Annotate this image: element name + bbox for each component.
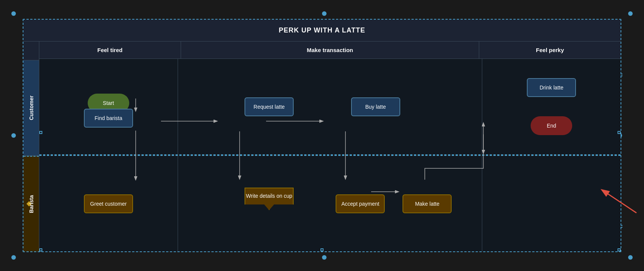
node-request-latte[interactable]: Request latte	[245, 97, 294, 116]
cell-customer-feel-perky: Drink latte End	[482, 59, 621, 154]
node-end[interactable]: End	[531, 116, 572, 135]
rows-area: Start Find barista Request latte	[39, 59, 621, 251]
node-write-details[interactable]: Write details on cup	[245, 188, 294, 210]
node-greet-customer[interactable]: Greet customer	[84, 194, 133, 213]
barista-row: Greet customer Write details on cup Acce…	[39, 155, 621, 251]
columns-area: Feel tired Make transaction Feel perky	[39, 42, 621, 251]
swimlane-container: Customer Barista Feel tired Make transac…	[23, 42, 621, 251]
customer-row: Start Find barista Request latte	[39, 59, 621, 155]
svg-line-1	[602, 190, 636, 213]
resize-handle-lt[interactable]	[39, 131, 42, 134]
annotation-arrow	[595, 186, 640, 218]
resize-handle-rt[interactable]	[618, 131, 621, 134]
corner-dot-br	[628, 255, 633, 260]
node-drink-latte[interactable]: Drink latte	[527, 78, 576, 97]
node-find-barista[interactable]: Find barista	[84, 109, 133, 128]
title-bar: PERK UP WITH A LATTE	[23, 20, 621, 42]
edge-dot-left	[11, 133, 16, 138]
cell-barista-feel-tired: Greet customer	[39, 156, 178, 251]
col-header-feel-perky: Feel perky	[479, 42, 621, 59]
col-header-make-transaction: Make transaction	[181, 42, 480, 59]
cell-customer-feel-tired: Start Find barista	[39, 59, 178, 154]
edge-dot-top	[322, 11, 327, 16]
resize-handle-br[interactable]	[618, 248, 621, 251]
col-header-feel-tired: Feel tired	[39, 42, 181, 59]
row-labels: Customer Barista	[23, 42, 39, 251]
cell-barista-make-transaction: Write details on cup Accept payment Make…	[178, 156, 483, 251]
corner-dot-bl	[11, 255, 16, 260]
node-make-latte[interactable]: Make latte	[402, 194, 452, 213]
diagram-container: PERK UP WITH A LATTE Customer Barista Fe…	[23, 19, 621, 252]
node-buy-latte[interactable]: Buy latte	[351, 97, 400, 116]
resize-handle-bl[interactable]	[39, 248, 42, 251]
diagram-title: PERK UP WITH A LATTE	[279, 26, 365, 34]
resize-handle-bm[interactable]	[320, 248, 324, 251]
col-headers: Feel tired Make transaction Feel perky	[39, 42, 621, 59]
node-accept-payment[interactable]: Accept payment	[336, 194, 385, 213]
cell-customer-make-transaction: Request latte Buy latte	[178, 59, 483, 154]
row-label-customer: Customer	[23, 60, 39, 156]
corner-dot-tr	[628, 11, 633, 16]
row-label-barista: Barista	[23, 156, 39, 252]
edge-dot-bottom	[322, 255, 327, 260]
corner-dot-tl	[11, 11, 16, 16]
